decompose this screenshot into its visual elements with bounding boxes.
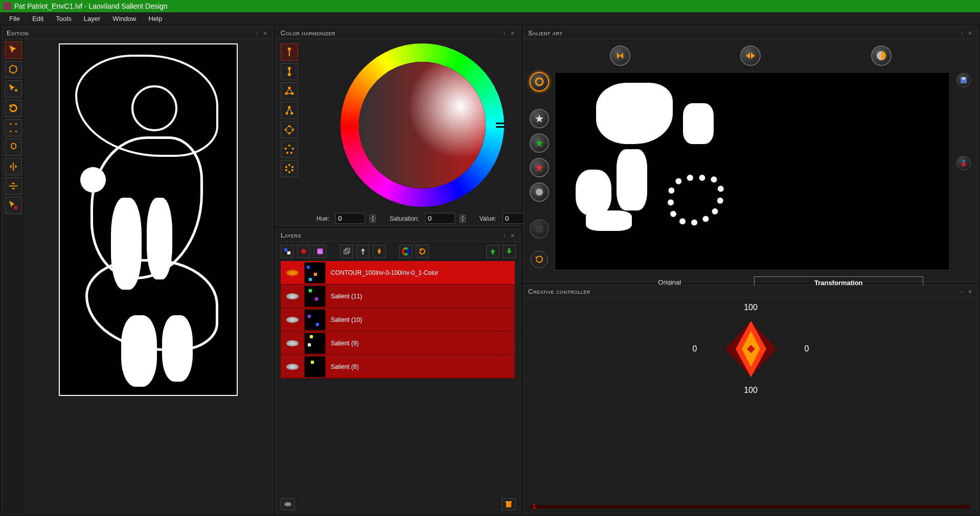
harmony-square[interactable] [281,121,298,138]
harmony-pentagon[interactable] [281,140,298,158]
salient-globe-icon[interactable] [530,182,549,202]
panel-float-icon[interactable]: ▫ [502,232,508,239]
layer-effect-icon[interactable] [297,245,310,258]
tool-move[interactable] [5,80,22,98]
edition-canvas[interactable] [59,43,238,396]
panel-float-icon[interactable]: ▫ [254,30,260,36]
layer-grid-icon[interactable] [313,245,327,258]
salient-grid-icon[interactable] [530,219,549,239]
color-wheel[interactable] [340,43,504,207]
svg-rect-30 [317,248,323,254]
salient-ring-icon[interactable] [530,72,549,91]
panel-close-icon[interactable]: ✕ [262,30,268,36]
harmony-triad[interactable] [281,82,298,100]
harmony-mono[interactable] [281,43,298,61]
menu-edit[interactable]: Edit [27,13,49,24]
val-label: Value: [480,215,496,222]
layer-new-icon[interactable] [281,245,294,258]
layer-thumbnail [304,309,326,331]
layer-row[interactable]: Salient (10) [281,308,515,332]
layer-thumbnail [304,356,326,378]
layer-row[interactable]: Salient (11) [281,285,515,308]
edition-panel-title: Edition ▫ ✕ [3,27,272,39]
title-bar: Pat Patriot_EnvC1.lvf - Laoviland Salien… [0,0,980,12]
menu-layer[interactable]: Layer [79,13,106,24]
layer-mask-icon[interactable] [281,498,295,510]
layer-thumbnail [304,333,326,354]
hue-input[interactable] [335,213,365,224]
creative-slider-value[interactable]: 1 [532,502,536,510]
harmony-split[interactable] [281,102,298,119]
tool-flip-v[interactable] [5,177,22,195]
layer-delete-icon[interactable] [502,498,516,510]
menu-window[interactable]: Window [107,13,141,24]
hue-up[interactable]: ▲ [370,215,376,219]
tool-lasso[interactable] [5,61,22,78]
salient-picker-icon[interactable] [956,156,971,170]
svg-rect-42 [962,77,965,80]
creative-diamond[interactable]: 100 100 0 0 [695,303,807,395]
panel-float-icon[interactable]: ▫ [959,30,965,36]
creative-panel-title: Creative controller ▫ ✕ [524,286,977,298]
layer-up-icon[interactable] [486,245,499,258]
layer-row[interactable]: Salient (9) [281,332,515,355]
tool-rotate[interactable] [5,100,22,117]
svg-point-21 [288,164,290,166]
tool-delete-point[interactable] [5,197,22,214]
harmony-complement[interactable] [281,63,298,80]
panel-close-icon[interactable]: ✕ [510,232,516,239]
panel-close-icon[interactable]: ✕ [967,289,973,295]
svg-rect-32 [346,248,350,252]
creative-slider[interactable]: 1 [531,505,970,508]
layer-visibility-icon[interactable] [281,364,304,370]
layer-color-icon[interactable] [399,245,413,258]
salient-star-rgb-icon[interactable] [530,133,549,153]
layer-visibility-icon[interactable] [281,293,304,299]
layer-thumbnail [304,262,326,284]
menu-bar: File Edit Tools Layer Window Help [0,12,980,25]
panel-close-icon[interactable]: ✕ [967,30,973,36]
layer-visibility-icon[interactable] [281,270,304,276]
svg-point-17 [292,148,294,150]
tool-swirl[interactable] [5,138,22,156]
salient-save-icon[interactable] [956,73,971,87]
tool-select[interactable] [5,41,22,59]
salient-mode-2[interactable] [740,45,761,66]
tool-flip-h[interactable] [5,158,22,175]
wheel-handle-icon[interactable] [496,123,505,128]
panel-float-icon[interactable]: ▫ [502,30,508,36]
layer-list[interactable]: CONTOUR_100Inv-0-100Inv-0_1-Color Salien… [277,261,519,495]
svg-point-39 [536,189,543,196]
harmony-hexagon[interactable] [281,160,298,177]
layer-thumbnail [304,286,326,307]
sat-up[interactable]: ▲ [460,215,466,219]
panel-close-icon[interactable]: ✕ [510,30,516,36]
salient-mode-3[interactable] [871,45,892,66]
hue-down[interactable]: ▼ [370,219,376,223]
salient-mode-1[interactable] [610,45,630,66]
layer-visibility-icon[interactable] [281,340,304,346]
cc-label-left: 0 [693,344,697,354]
menu-file[interactable]: File [4,13,25,24]
menu-tools[interactable]: Tools [51,13,76,24]
salient-refresh-icon[interactable] [531,251,548,268]
salient-star-icon[interactable] [530,109,549,128]
svg-point-19 [286,152,288,154]
layer-duplicate-icon[interactable] [340,245,353,258]
sat-input[interactable] [425,213,455,224]
tool-scale[interactable] [5,119,22,136]
salient-preview[interactable] [555,72,950,270]
menu-help[interactable]: Help [144,13,168,24]
salient-star-cmy-icon[interactable] [530,158,549,177]
layer-row[interactable]: Salient (8) [281,355,515,379]
layer-row[interactable]: CONTOUR_100Inv-0-100Inv-0_1-Color [281,261,515,285]
layer-visibility-icon[interactable] [281,317,304,323]
layer-down-icon[interactable] [503,245,516,258]
sat-down[interactable]: ▼ [460,219,466,223]
layer-reload-icon[interactable] [416,245,429,258]
layers-panel-title: Layers ▫ ✕ [277,229,520,242]
layer-name: Salient (11) [331,293,515,300]
layer-flame-icon[interactable] [373,245,386,258]
layer-merge-icon[interactable] [356,245,370,258]
panel-float-icon[interactable]: ▫ [959,289,965,295]
